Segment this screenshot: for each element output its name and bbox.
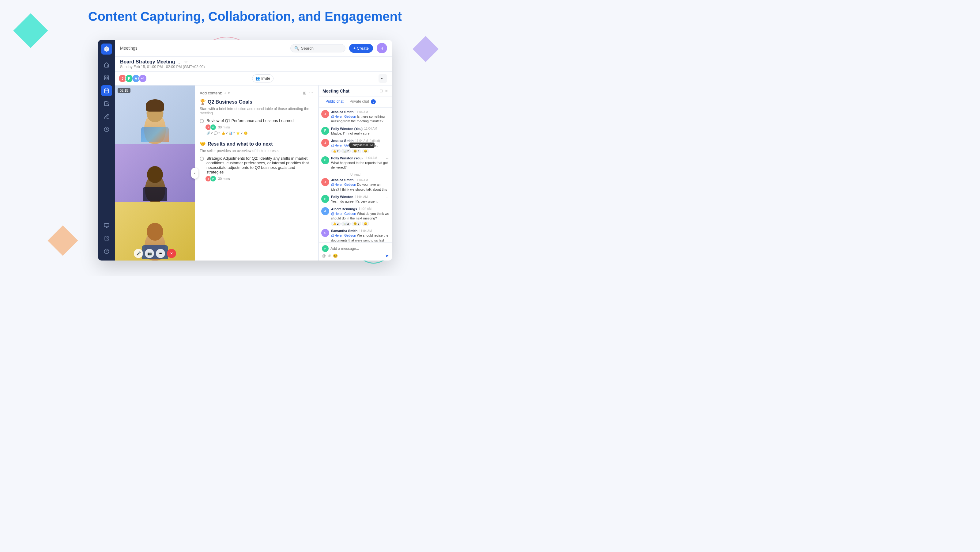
template-icon[interactable]: ⊞ (303, 91, 307, 95)
msg-body-3: Jessica Smith 11:04 AM (edited) @Helen G… (331, 139, 390, 153)
add-content-label: Add content: (200, 91, 222, 95)
meeting-name: Board Strategy Meeting (120, 59, 175, 65)
msg-avatar-polly-2: P (321, 156, 329, 164)
video-chevron-button[interactable]: ‹ (191, 168, 199, 179)
badge-link: 🔗 2 (207, 131, 213, 135)
chat-header-buttons: ⊡ ✕ (379, 89, 388, 94)
sidebar-item-history[interactable] (101, 124, 112, 135)
section-2-desc: The seller provides an overview of their… (200, 148, 313, 153)
section-2-emoji: 🤝 (200, 141, 206, 147)
badge-emoji[interactable]: 😊 (244, 131, 247, 135)
msg-options-6[interactable]: ⋯ (386, 195, 390, 199)
reaction-thumbsup-3[interactable]: 👍 2 (331, 149, 340, 153)
reaction-thumbsup-7[interactable]: 👍 2 (331, 222, 340, 226)
hashtag-icon[interactable]: # (328, 254, 331, 258)
content-more-icon[interactable]: ⋯ (309, 91, 313, 95)
msg-time-1: 11:04 AM (355, 110, 368, 114)
section-results: 🤝 Results and what to do next The seller… (200, 141, 313, 182)
sidebar-item-files[interactable] (101, 220, 112, 231)
decorative-orange-diamond (48, 226, 78, 256)
camera-button[interactable]: 📷 (145, 249, 154, 258)
mention-1: @Helen Gebson (331, 115, 356, 118)
task-2-avatars: J P (207, 175, 216, 182)
task-1-badges: 🔗 2 💬 2 👍 2 📊 2 ⭐ 2 😊 (207, 131, 294, 135)
msg-time-5: 11:04 AM (355, 179, 368, 182)
tab-public-chat[interactable]: Public chat (323, 97, 347, 107)
app-window: Meetings 🔍 + Create H Board Strategy Mee… (98, 40, 392, 260)
chat-header: Meeting Chat ⊡ ✕ (319, 86, 392, 97)
msg-text-5: @Helen Gebson Do you have an idea? I thi… (331, 182, 390, 192)
task-checkbox-2[interactable] (200, 156, 204, 161)
sidebar-item-help[interactable] (101, 246, 112, 257)
task-1-avatars: J P (207, 124, 216, 130)
svg-point-12 (106, 238, 108, 239)
send-button[interactable]: ➤ (385, 253, 389, 258)
chat-message-6: P Polly Winston 11:04 AM ⋯ Yes, I do agr… (321, 195, 390, 204)
content-actions: ⊞ ⋯ (303, 91, 313, 95)
svg-rect-2 (105, 78, 106, 80)
end-call-button[interactable]: ✕ (167, 249, 176, 258)
msg-text-8: @Helen Gebson We should revise the docum… (331, 233, 390, 242)
reaction-add-7[interactable]: 😄 (362, 222, 369, 226)
msg-options-2[interactable]: ⋯ (386, 127, 390, 131)
chat-message-4: P Polly Winston (You) 11:04 AM ⋯ What ha… (321, 156, 390, 170)
msg-body-2: Polly Winston (You) 11:04 AM ⋯ Maybe, I'… (331, 127, 390, 136)
mic-button[interactable]: 🎤 (134, 249, 143, 258)
sidebar-item-tasks[interactable] (101, 98, 112, 109)
user-avatar[interactable]: H (377, 43, 387, 53)
create-button[interactable]: + Create (349, 44, 373, 53)
reaction-smile-3[interactable]: 😊 2 (352, 149, 361, 153)
reaction-chart-3[interactable]: 📊 2 (342, 149, 351, 153)
reaction-add-3[interactable]: 😄 (362, 149, 369, 153)
task-1-meta: J P 30 mins (207, 124, 294, 130)
tooltip-timestamp: Today at 2:30 PM (350, 142, 375, 148)
meeting-star-icon[interactable]: ☆ (184, 59, 188, 64)
participant-avatar-more[interactable]: +4 (138, 74, 147, 83)
task-2-meta: J P 30 mins (207, 175, 313, 182)
msg-avatar-jessica-1: J (321, 110, 329, 118)
main-content: Meetings 🔍 + Create H Board Strategy Mee… (115, 40, 392, 260)
reaction-smile-7[interactable]: 😊 2 (352, 222, 361, 226)
close-icon[interactable]: ✕ (385, 89, 388, 94)
meeting-options-dots[interactable]: ... (178, 59, 181, 65)
mention-8: @Helen Gebson (331, 233, 356, 237)
sidebar (98, 40, 115, 260)
reaction-chart-7[interactable]: 📊 2 (342, 222, 351, 226)
sidebar-item-calendar[interactable] (101, 85, 112, 96)
chat-message-5: J Jessica Smith 11:04 AM @Helen Gebson D… (321, 178, 390, 192)
task-2-text: Strategic Adjustments for Q2: Identify a… (207, 156, 313, 174)
search-input[interactable] (301, 46, 338, 51)
chat-tabs: Public chat Private chat 2 (319, 97, 392, 108)
mention-7: @Helen Gebson (331, 212, 356, 215)
mention-icon[interactable]: @ (322, 254, 326, 258)
sidebar-item-home[interactable] (101, 59, 112, 70)
expand-icon[interactable]: ⊡ (379, 89, 383, 94)
sidebar-logo[interactable] (101, 43, 112, 54)
invite-button[interactable]: 👥 Invite (252, 75, 274, 83)
msg-options-4[interactable]: ⋯ (386, 156, 390, 161)
section-1-emoji: 🏆 (200, 99, 206, 105)
task-checkbox-1[interactable] (200, 119, 204, 123)
msg-text-1: @Helen Gebson Is there something missing… (331, 114, 390, 124)
search-bar: 🔍 (290, 44, 345, 53)
emoji-icon[interactable]: 😊 (333, 254, 338, 258)
msg-body-4: Polly Winston (You) 11:04 AM ⋯ What happ… (331, 156, 390, 170)
badge-like: 👍 2 (221, 131, 228, 135)
badge-chart: 📊 2 (229, 131, 235, 135)
more-options-btn[interactable]: ⋯ (379, 74, 387, 83)
video-timer: 02:15 (118, 88, 130, 93)
add-content-button[interactable]: Add content: + ▾ (200, 91, 230, 95)
sidebar-item-settings[interactable] (101, 233, 112, 244)
sidebar-item-edit[interactable] (101, 111, 112, 122)
video-tile-1: 02:15 (115, 86, 195, 144)
sidebar-bottom (101, 220, 112, 257)
chat-message-input[interactable] (331, 245, 389, 252)
unread-divider: Unread (321, 173, 390, 176)
page-title: Content Capturing, Collaboration, and En… (0, 0, 490, 30)
svg-rect-1 (107, 76, 109, 77)
sidebar-item-dashboard[interactable] (101, 72, 112, 83)
body-area: 02:15 ‹ (115, 86, 392, 260)
tab-private-chat[interactable]: Private chat 2 (347, 97, 379, 107)
more-button[interactable]: ••• (156, 249, 165, 258)
mention-5: @Helen Gebson (331, 183, 356, 187)
